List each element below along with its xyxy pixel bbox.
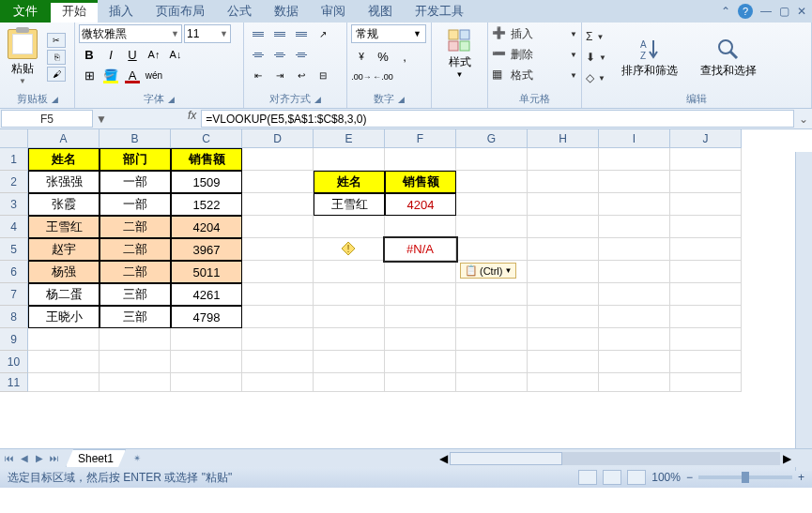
cell-H7[interactable] [528, 283, 599, 306]
currency-button[interactable]: ¥ [351, 47, 372, 66]
align-left-button[interactable] [248, 45, 268, 64]
cell-F2[interactable]: 销售额 [385, 171, 456, 193]
cell-J7[interactable] [670, 283, 742, 306]
cell-J10[interactable] [670, 351, 742, 373]
cell-B8[interactable]: 三部 [100, 306, 171, 328]
fx-icon[interactable]: fx [184, 109, 200, 128]
row-header-8[interactable]: 8 [0, 306, 28, 328]
vertical-scrollbar[interactable] [795, 152, 812, 471]
cell-H11[interactable] [528, 373, 599, 392]
name-box[interactable]: F5 [1, 110, 93, 128]
cell-G8[interactable] [456, 306, 528, 328]
cell-F11[interactable] [385, 373, 456, 392]
sort-filter-button[interactable]: AZ 排序和筛选 [614, 35, 685, 81]
cell-J5[interactable] [670, 238, 742, 261]
cell-E8[interactable] [314, 306, 385, 328]
close-icon[interactable]: ✕ [797, 5, 806, 18]
sheet-tab-1[interactable]: Sheet1 [66, 449, 126, 467]
cell-B3[interactable]: 一部 [100, 193, 171, 216]
cell-A8[interactable]: 王晓小 [28, 306, 100, 328]
select-all-corner[interactable] [0, 129, 28, 148]
cell-C6[interactable]: 5011 [171, 261, 242, 283]
cell-F3[interactable]: 4204 [385, 193, 456, 216]
cell-I11[interactable] [599, 373, 670, 392]
spreadsheet-grid[interactable]: ABCDEFGHIJ 1234567891011 姓名部门销售额张强强一部150… [0, 129, 812, 448]
cell-I5[interactable] [599, 238, 670, 261]
cell-J11[interactable] [670, 373, 742, 392]
delete-cells-button[interactable]: ➖删除▼ [492, 45, 577, 64]
cell-A4[interactable]: 王雪红 [28, 216, 100, 238]
font-name-select[interactable]: 微软雅黑▼ [79, 24, 182, 43]
cell-B4[interactable]: 二部 [100, 216, 171, 238]
cell-H3[interactable] [528, 193, 599, 216]
cell-I8[interactable] [599, 306, 670, 328]
cell-D7[interactable] [242, 283, 314, 306]
cell-B9[interactable] [100, 328, 171, 351]
cell-G2[interactable] [456, 171, 528, 193]
cell-H10[interactable] [528, 351, 599, 373]
decrease-indent-button[interactable]: ⇤ [248, 66, 268, 84]
underline-button[interactable]: U [122, 45, 143, 64]
cell-C1[interactable]: 销售额 [171, 148, 242, 171]
cell-D10[interactable] [242, 351, 314, 373]
row-header-5[interactable]: 5 [0, 238, 28, 261]
help-icon[interactable]: ? [738, 4, 753, 19]
cell-J3[interactable] [670, 193, 742, 216]
cell-D9[interactable] [242, 328, 314, 351]
minimize-icon[interactable]: — [760, 5, 772, 18]
cell-C10[interactable] [171, 351, 242, 373]
zoom-out-button[interactable]: − [686, 471, 693, 484]
clear-button[interactable]: ◇▼ [586, 68, 606, 87]
menu-layout[interactable]: 页面布局 [145, 0, 216, 23]
tab-last-button[interactable]: ⏭ [47, 451, 62, 466]
insert-cells-button[interactable]: ➕插入▼ [492, 24, 577, 43]
cell-B5[interactable]: 二部 [100, 238, 171, 261]
cell-H5[interactable] [528, 238, 599, 261]
cell-G4[interactable] [456, 216, 528, 238]
cell-H9[interactable] [528, 328, 599, 351]
row-header-9[interactable]: 9 [0, 328, 28, 351]
autosum-button[interactable]: Σ▼ [586, 27, 606, 46]
menu-insert[interactable]: 插入 [98, 0, 145, 23]
cell-A11[interactable] [28, 373, 100, 392]
cell-A3[interactable]: 张霞 [28, 193, 100, 216]
cell-E2[interactable]: 姓名 [314, 171, 385, 193]
menu-formula[interactable]: 公式 [216, 0, 263, 23]
cell-J6[interactable] [670, 261, 742, 283]
cell-E6[interactable] [314, 261, 385, 283]
cell-styles-button[interactable]: 样式 ▼ [436, 24, 483, 83]
cell-G9[interactable] [456, 328, 528, 351]
new-sheet-button[interactable]: ✴ [130, 451, 145, 466]
minimize-ribbon-icon[interactable]: ⌃ [721, 5, 730, 18]
zoom-slider[interactable] [698, 475, 792, 479]
cell-I1[interactable] [599, 148, 670, 171]
cell-F10[interactable] [385, 351, 456, 373]
format-cells-button[interactable]: ▦格式▼ [492, 66, 577, 84]
col-header-A[interactable]: A [28, 129, 100, 148]
cell-F4[interactable] [385, 216, 456, 238]
cell-A5[interactable]: 赵宇 [28, 238, 100, 261]
increase-decimal-button[interactable]: .00→ [351, 68, 372, 86]
cell-J2[interactable] [670, 171, 742, 193]
col-header-C[interactable]: C [171, 129, 242, 148]
align-right-button[interactable] [291, 45, 312, 64]
align-bottom-button[interactable] [291, 24, 312, 43]
cell-C11[interactable] [171, 373, 242, 392]
menu-review[interactable]: 审阅 [310, 0, 357, 23]
cell-C9[interactable] [171, 328, 242, 351]
tab-first-button[interactable]: ⏮ [2, 451, 17, 466]
formula-expand-button[interactable]: ⌄ [795, 109, 812, 128]
cell-E9[interactable] [314, 328, 385, 351]
col-header-F[interactable]: F [385, 129, 456, 148]
cell-J4[interactable] [670, 216, 742, 238]
font-color-button[interactable]: A [122, 66, 143, 84]
cell-D6[interactable] [242, 261, 314, 283]
zoom-level[interactable]: 100% [651, 471, 681, 484]
wrap-text-button[interactable]: ↩ [291, 66, 312, 84]
tab-next-button[interactable]: ▶ [32, 451, 47, 466]
row-header-2[interactable]: 2 [0, 171, 28, 193]
cell-J9[interactable] [670, 328, 742, 351]
cell-B7[interactable]: 三部 [100, 283, 171, 306]
cell-C3[interactable]: 1522 [171, 193, 242, 216]
paste-button[interactable]: 粘贴 ▼ [4, 27, 41, 87]
